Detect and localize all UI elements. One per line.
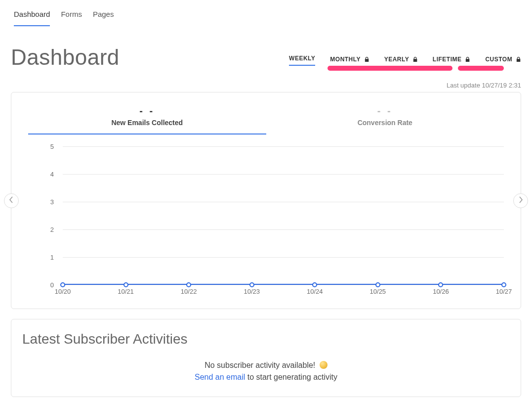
nav-tab-forms[interactable]: Forms — [61, 10, 82, 26]
last-update-text: Last update 10/27/19 2:31 — [11, 82, 521, 89]
chevron-right-icon — [518, 196, 523, 205]
top-nav: Dashboard Forms Pages — [11, 10, 521, 31]
chart-data-point[interactable] — [375, 282, 380, 287]
x-tick: 10/20 — [55, 288, 71, 295]
chart-data-point[interactable] — [312, 282, 317, 287]
x-tick: 10/27 — [496, 288, 512, 295]
gridline — [63, 229, 504, 230]
gridline — [63, 257, 504, 258]
chart-data-point[interactable] — [501, 282, 506, 287]
chart-data-point[interactable] — [60, 282, 65, 287]
chart-area: 543210 — [28, 146, 504, 285]
chart-card: - - New Emails Collected - - Conversion … — [11, 92, 521, 309]
range-tab-weekly[interactable]: WEEKLY — [289, 55, 315, 66]
chart-next-button[interactable] — [513, 193, 528, 208]
x-tick: 10/25 — [370, 288, 386, 295]
y-axis: 543210 — [28, 146, 63, 285]
chart-tab-label: New Emails Collected — [28, 119, 266, 127]
range-tab-monthly[interactable]: MONTHLY — [330, 56, 369, 66]
nav-tab-dashboard[interactable]: Dashboard — [14, 10, 50, 26]
chart-data-point[interactable] — [438, 282, 443, 287]
lock-icon — [365, 56, 369, 63]
range-tab-label: MONTHLY — [330, 56, 361, 63]
x-tick: 10/22 — [181, 288, 197, 295]
chart-tab-value: - - — [266, 105, 504, 117]
x-tick: 10/23 — [244, 288, 260, 295]
activities-empty-state: No subscriber activity available! Send a… — [22, 361, 510, 382]
range-tab-yearly[interactable]: YEARLY — [384, 56, 418, 66]
range-tab-label: LIFETIME — [433, 56, 462, 63]
chart-tabs: - - New Emails Collected - - Conversion … — [28, 105, 504, 134]
chart-tab-conversion[interactable]: - - Conversion Rate — [266, 105, 504, 134]
chart-data-point[interactable] — [186, 282, 191, 287]
range-tab-lifetime[interactable]: LIFETIME — [433, 56, 471, 66]
header-row: Dashboard WEEKLY MONTHLY YEARLY LIFETIME… — [11, 45, 521, 70]
crystal-ball-icon — [320, 361, 327, 369]
chart-tab-emails[interactable]: - - New Emails Collected — [28, 105, 266, 134]
chart-tab-label: Conversion Rate — [266, 119, 504, 127]
annotation-highlight — [327, 66, 452, 71]
send-email-link[interactable]: Send an email — [195, 373, 245, 381]
gridline — [63, 146, 504, 147]
range-tab-label: CUSTOM — [485, 56, 512, 63]
lock-icon — [413, 56, 418, 63]
range-tab-label: YEARLY — [384, 56, 409, 63]
lock-icon — [516, 56, 521, 63]
range-tab-custom[interactable]: CUSTOM — [485, 56, 521, 66]
gridline — [63, 202, 504, 202]
chart-prev-button[interactable] — [4, 193, 19, 208]
x-tick: 10/26 — [433, 288, 449, 295]
activities-title: Latest Subscriber Activities — [22, 331, 510, 347]
lock-icon — [465, 56, 470, 63]
x-tick: 10/24 — [307, 288, 323, 295]
chart-data-point[interactable] — [123, 282, 128, 287]
gridline — [63, 285, 504, 285]
gridline — [63, 174, 504, 175]
range-tab-label: WEEKLY — [289, 55, 315, 62]
range-tabs: WEEKLY MONTHLY YEARLY LIFETIME CUSTOM — [289, 55, 521, 70]
chart-tab-value: - - — [28, 105, 266, 117]
chart-data-point[interactable] — [249, 282, 254, 287]
x-tick: 10/21 — [118, 288, 134, 295]
activities-suffix-text: to start generating activity — [245, 373, 337, 381]
activities-card: Latest Subscriber Activities No subscrib… — [11, 319, 521, 397]
x-axis: 10/2010/2110/2210/2310/2410/2510/2610/27 — [63, 288, 504, 298]
annotation-highlight — [458, 66, 504, 71]
chevron-left-icon — [9, 196, 14, 205]
page-title: Dashboard — [11, 45, 120, 70]
activities-empty-text: No subscriber activity available! — [205, 361, 315, 369]
nav-tab-pages[interactable]: Pages — [93, 10, 114, 26]
chart-plot — [63, 146, 504, 285]
